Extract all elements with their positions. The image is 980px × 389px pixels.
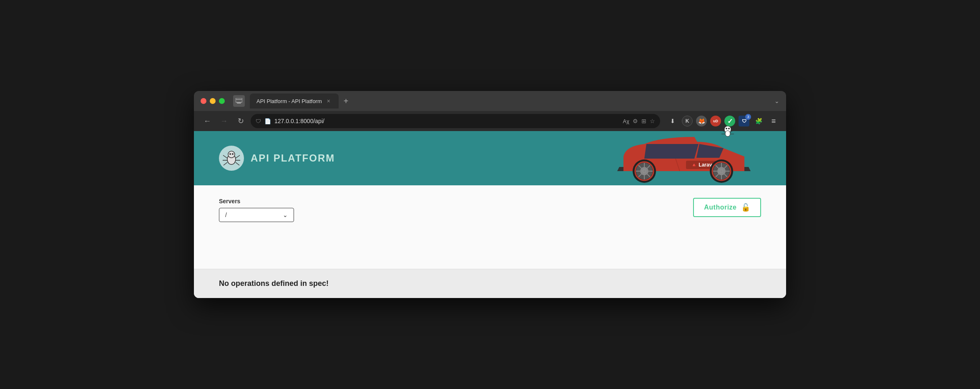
tab-bar: API Platform - API Platform × +	[250, 93, 769, 109]
servers-dropdown[interactable]: / ⌄	[219, 208, 294, 222]
svg-rect-2	[237, 103, 241, 104]
page-icon: 📄	[264, 118, 271, 124]
minimize-button[interactable]	[210, 98, 216, 104]
reload-button[interactable]: ↻	[234, 114, 247, 128]
api-platform-title: APi PLATFORM	[251, 152, 335, 164]
extension-badge-count: 3	[745, 114, 751, 120]
svg-point-14	[726, 128, 727, 129]
new-tab-button[interactable]: +	[340, 95, 352, 108]
url-text: 127.0.0.1:8000/api/	[274, 118, 620, 124]
svg-point-5	[229, 153, 231, 155]
car-illustration: 🔺 Laravel	[603, 121, 761, 189]
tab-label: API Platform - API Platform	[256, 98, 322, 104]
svg-point-16	[725, 131, 730, 136]
svg-rect-0	[236, 98, 242, 102]
tab-close-button[interactable]: ×	[325, 98, 332, 104]
shield-icon: 🛡	[256, 118, 261, 124]
dropdown-arrow-icon[interactable]: ⌄	[774, 98, 779, 104]
address-bar[interactable]: 🛡 📄 127.0.0.1:8000/api/ Aχ ⚙ ⊞ ☆	[251, 114, 660, 128]
servers-label: Servers	[219, 198, 294, 205]
fullscreen-button[interactable]	[219, 98, 225, 104]
servers-section: Servers / ⌄ Authorize 🔓	[219, 198, 761, 222]
svg-point-15	[728, 128, 730, 129]
api-logo	[219, 146, 244, 171]
title-bar-right: ⌄	[774, 98, 779, 104]
browser-tab-active[interactable]: API Platform - API Platform ×	[250, 93, 339, 109]
servers-select-arrow-icon: ⌄	[283, 212, 288, 218]
api-body: Servers / ⌄ Authorize 🔓	[194, 185, 786, 269]
svg-point-4	[228, 151, 235, 158]
api-header: APi PLATFORM	[194, 131, 786, 185]
svg-point-6	[232, 153, 234, 155]
traffic-lights	[201, 98, 225, 104]
no-operations-text: No operations defined in spec!	[219, 279, 329, 288]
close-button[interactable]	[201, 98, 206, 104]
servers-select-value: /	[225, 212, 227, 218]
lock-icon: 🔓	[741, 203, 751, 212]
window-icon	[233, 95, 245, 107]
api-logo-area: APi PLATFORM	[219, 146, 335, 171]
title-bar: API Platform - API Platform × + ⌄	[194, 91, 786, 111]
browser-content: APi PLATFORM	[194, 131, 786, 298]
authorize-button[interactable]: Authorize 🔓	[693, 198, 761, 217]
svg-line-10	[236, 155, 240, 158]
svg-line-7	[223, 155, 227, 158]
svg-line-9	[224, 162, 227, 165]
back-button[interactable]: ←	[201, 114, 214, 128]
no-operations-section: No operations defined in spec!	[194, 269, 786, 298]
servers-left: Servers / ⌄	[219, 198, 294, 222]
forward-button[interactable]: →	[217, 114, 231, 128]
browser-window: API Platform - API Platform × + ⌄ ← → ↻ …	[194, 91, 786, 298]
svg-line-12	[236, 162, 239, 165]
menu-button[interactable]: ≡	[768, 115, 779, 127]
authorize-label: Authorize	[704, 204, 736, 211]
